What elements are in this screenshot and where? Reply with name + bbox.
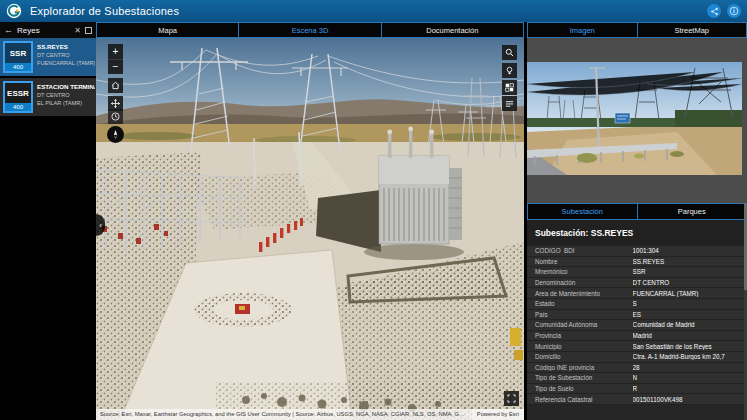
attribute-label: Tipo de Suelo — [527, 385, 633, 392]
table-row: Denominación DT CENTRO — [527, 278, 747, 289]
media-tab[interactable]: StreetMap — [638, 23, 747, 37]
results-list: SSR 400 SS.REYES DT CENTRO FUENCARRAL (T… — [0, 38, 96, 420]
table-row: Tipo de Subestación N — [527, 373, 747, 384]
zoom-in-button[interactable]: + — [108, 44, 123, 59]
attribute-value: R — [633, 385, 747, 392]
attribute-value: S — [633, 300, 747, 307]
table-row: Referencia Catastral 001501100VK498 — [527, 394, 747, 405]
detail-tabs: Subestación Parques — [527, 203, 747, 220]
attribute-value: SSR — [633, 268, 747, 275]
attribute-value: 1001:304 — [633, 247, 747, 254]
attribute-table: CODIGO_BDI 1001:304 Nombre SS.REYES Mnem… — [527, 246, 747, 405]
result-item[interactable]: ESSR 400 ESTACION TERMINAL SAN DT CENTRO… — [0, 78, 96, 116]
substation-badge: ESSR 400 — [3, 81, 33, 113]
media-tabs: Imagen StreetMap — [527, 22, 747, 38]
table-row: Tipo de Suelo R — [527, 384, 747, 395]
attribute-value: San Sebastián de los Reyes — [633, 343, 747, 350]
result-subline: EL PILAR (TAMR) — [37, 100, 95, 106]
powered-by-esri-link[interactable]: Powered by Esri — [472, 409, 524, 420]
attribute-label: País — [527, 311, 633, 318]
clock-button[interactable] — [108, 109, 123, 124]
attribute-value: Comunidad de Madrid — [633, 321, 747, 328]
table-row: Mnemónico SSR — [527, 267, 747, 278]
compass[interactable] — [107, 126, 124, 143]
zoom-controls: + − — [108, 44, 123, 74]
result-subline: FUENCARRAL (TAMR) — [37, 60, 95, 66]
daylight-tool-icon[interactable] — [502, 63, 517, 78]
info-icon[interactable] — [727, 4, 741, 18]
view-tab[interactable]: Documentación — [382, 23, 523, 37]
detail-tab-label: Subestación — [562, 207, 603, 216]
detail-title: Subestación: SS.REYES — [527, 220, 747, 246]
expand-icon[interactable] — [85, 27, 92, 34]
result-texts: ESTACION TERMINAL SAN DT CENTRO EL PILAR… — [35, 78, 96, 116]
app-logo-icon — [6, 3, 22, 19]
attribute-label: Comunidad Autónoma — [527, 321, 633, 328]
attribute-value: 001501100VK498 — [633, 396, 747, 403]
result-texts: SS.REYES DT CENTRO FUENCARRAL (TAMR) — [35, 38, 96, 76]
badge-mnemonic: ESSR — [5, 83, 31, 103]
table-row: Area de Mantenimiento FUENCARRAL (TAMR) — [527, 288, 747, 299]
view-tabs: Mapa Escena 3D Documentación — [96, 22, 524, 38]
view-tab-label: Documentación — [426, 26, 478, 35]
back-arrow-icon[interactable]: ← — [4, 26, 13, 35]
basemap-tool-icon[interactable] — [502, 80, 517, 95]
table-row: Municipio San Sebastián de los Reyes — [527, 341, 747, 352]
view-tab[interactable]: Mapa — [97, 23, 238, 37]
image-panel — [527, 38, 747, 203]
street-photo[interactable] — [527, 62, 742, 175]
table-row: Nombre SS.REYES — [527, 257, 747, 268]
scene-3d-view[interactable]: + − — [96, 38, 524, 420]
badge-mnemonic: SSR — [5, 43, 31, 63]
media-tab[interactable]: Imagen — [528, 23, 637, 37]
table-row: Provincia Madrid — [527, 331, 747, 342]
attribute-label: Denominación — [527, 279, 633, 286]
attribute-label: Nombre — [527, 258, 633, 265]
attribute-label: Municipio — [527, 343, 633, 350]
point-cloud-render — [96, 38, 524, 420]
result-subline: DT CENTRO — [37, 92, 95, 98]
attribute-label: Area de Mantenimiento — [527, 290, 633, 297]
table-row: Comunidad Autónoma Comunidad de Madrid — [527, 320, 747, 331]
table-row: Estado S — [527, 299, 747, 310]
result-title: ESTACION TERMINAL SAN — [37, 83, 95, 90]
result-item[interactable]: SSR 400 SS.REYES DT CENTRO FUENCARRAL (T… — [0, 38, 96, 76]
attribute-value: Ctra. A-1 Madrid-Burgos km 20,7 — [633, 353, 747, 360]
result-subline: DT CENTRO — [37, 52, 95, 58]
attribution-bar: Source: Esri, Maxar, Earthstar Geographi… — [96, 409, 524, 420]
attribute-value: SS.REYES — [633, 258, 747, 265]
attribute-value: FUENCARRAL (TAMR) — [633, 290, 747, 297]
app-header: Explorador de Subestaciones — [0, 0, 747, 22]
attribute-label: CODIGO_BDI — [527, 247, 633, 254]
detail-tab[interactable]: Subestación — [528, 204, 637, 219]
attribute-label: Mnemónico — [527, 268, 633, 275]
attribution-sources: Source: Esri, Maxar, Earthstar Geographi… — [96, 409, 472, 420]
attribute-label: Provincia — [527, 332, 633, 339]
layers-tool-icon[interactable] — [502, 96, 517, 111]
share-icon[interactable] — [707, 4, 721, 18]
app-title: Explorador de Subestaciones — [30, 5, 179, 17]
view-tab[interactable]: Escena 3D — [239, 23, 380, 37]
search-input[interactable]: Reyes — [17, 26, 70, 35]
detail-tab[interactable]: Parques — [638, 204, 747, 219]
app-window: Explorador de Subestaciones ← R — [0, 0, 747, 420]
table-row: Domicilio Ctra. A-1 Madrid-Burgos km 20,… — [527, 352, 747, 363]
zoom-out-button[interactable]: − — [108, 59, 123, 74]
attribute-label: Tipo de Subestación — [527, 374, 633, 381]
clear-search-icon[interactable]: ✕ — [74, 26, 81, 35]
home-button[interactable] — [108, 78, 123, 93]
header-actions — [707, 4, 741, 18]
attribute-value: DT CENTRO — [633, 279, 747, 286]
media-tab-label: StreetMap — [674, 26, 709, 35]
search-bar: ← Reyes ✕ — [0, 22, 96, 38]
view-tab-label: Escena 3D — [292, 26, 329, 35]
badge-voltage: 400 — [5, 63, 31, 71]
detail-tab-label: Parques — [678, 207, 706, 216]
view-tab-label: Mapa — [158, 26, 177, 35]
attribute-value: N — [633, 374, 747, 381]
attribute-value: 28 — [633, 364, 747, 371]
search-tool-icon[interactable] — [502, 45, 517, 60]
table-row: Código INE provincia 28 — [527, 363, 747, 374]
fullscreen-button[interactable] — [504, 391, 519, 406]
table-row: País ES — [527, 310, 747, 321]
